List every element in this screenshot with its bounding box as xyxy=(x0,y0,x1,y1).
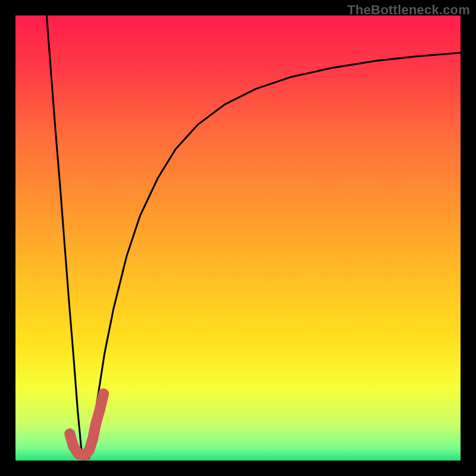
plot-area xyxy=(15,15,461,461)
chart-container: TheBottleneck.com xyxy=(0,0,476,476)
watermark-text: TheBottleneck.com xyxy=(347,2,470,18)
chart-svg xyxy=(15,15,461,461)
gradient-background xyxy=(15,15,461,461)
